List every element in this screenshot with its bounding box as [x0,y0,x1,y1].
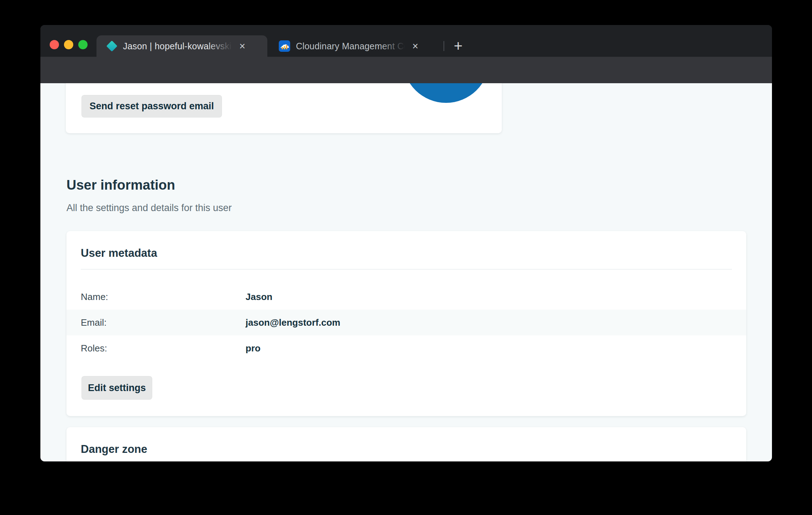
metadata-rows: Name: Jason Email: jason@lengstorf.com R… [66,284,746,361]
table-row-email: Email: jason@lengstorf.com [66,310,746,335]
card-title: Danger zone [66,427,746,456]
send-reset-password-button[interactable]: Send reset password email [81,95,222,118]
bar-chart-icon [282,45,287,49]
screenshot-canvas: Jason | hopeful-kowalevski-3d × ☁ Cloudi… [0,0,812,515]
user-metadata-card: User metadata Name: Jason Email: jason@l… [66,231,746,416]
table-row-name: Name: Jason [66,284,746,310]
traffic-light-minimize[interactable] [64,40,73,49]
page-title: User information [66,178,175,193]
row-value: Jason [246,291,272,302]
page-viewport: Send reset password email User informati… [40,83,772,461]
row-label: Email: [81,317,246,328]
tab-netlify[interactable]: Jason | hopeful-kowalevski-3d × [96,35,267,57]
tab-title-fade [380,41,405,51]
cloudinary-favicon-icon: ☁ [279,40,290,52]
tab-close-icon[interactable]: × [409,40,422,52]
row-value: jason@lengstorf.com [246,317,340,328]
tab-cloudinary[interactable]: ☁ Cloudinary Management Conso × [269,35,440,57]
tab-title-fade [207,41,232,51]
card-title: User metadata [66,231,746,260]
traffic-light-zoom[interactable] [78,40,88,49]
tab-strip: Jason | hopeful-kowalevski-3d × ☁ Cloudi… [40,25,772,57]
danger-zone-card: Danger zone [66,427,746,461]
row-label: Name: [81,291,246,302]
new-tab-button[interactable]: + [450,38,466,54]
page-subtitle: All the settings and details for this us… [66,202,232,214]
tab-close-icon[interactable]: × [236,40,249,52]
edit-settings-button[interactable]: Edit settings [81,376,152,400]
netlify-favicon-icon [107,41,117,51]
row-label: Roles: [81,343,246,354]
browser-window: Jason | hopeful-kowalevski-3d × ☁ Cloudi… [40,25,772,461]
row-value: pro [246,343,261,354]
tab-separator [444,41,444,51]
browser-toolbar: ← → ↻ app.netlify.com/sites/hopeful-kowa… [40,57,772,83]
traffic-light-close[interactable] [50,40,59,49]
table-row-roles: Roles: pro [66,335,746,361]
divider [81,269,732,270]
